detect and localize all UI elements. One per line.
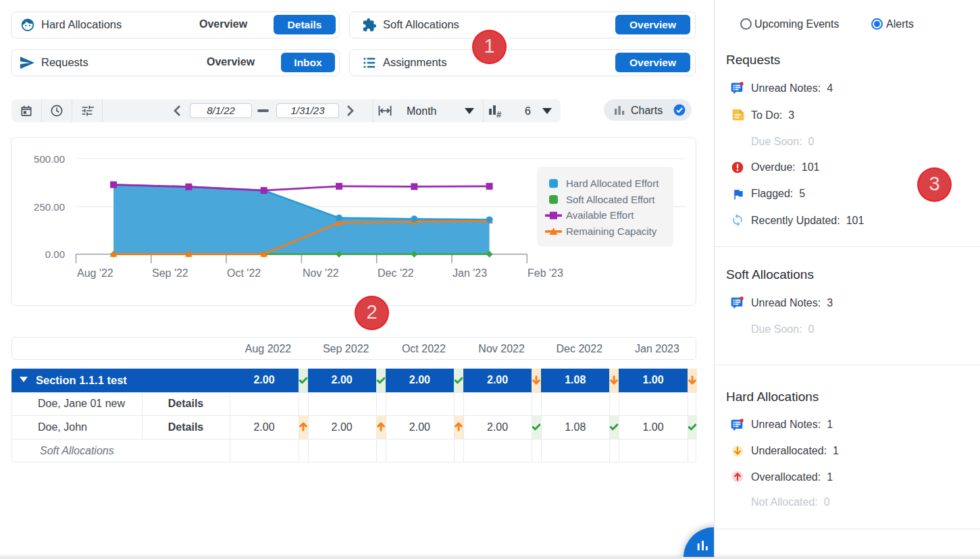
svg-text:#: #	[496, 109, 502, 118]
